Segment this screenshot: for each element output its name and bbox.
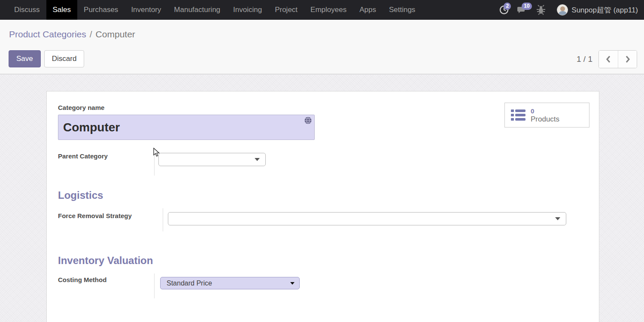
products-label: Products <box>531 115 559 123</box>
message-badge: 10 <box>522 3 532 10</box>
activity-badge: 2 <box>504 3 511 10</box>
user-menu[interactable]: Sunpop超管 (app11) <box>571 5 641 15</box>
nav-item-project[interactable]: Project <box>268 0 304 20</box>
category-name-input[interactable] <box>58 115 315 140</box>
breadcrumb: Product Categories/Computer <box>9 29 135 39</box>
app-menu: Discuss Sales Purchases Inventory Manufa… <box>0 0 422 20</box>
products-stat-button[interactable]: 0 Products <box>504 103 589 128</box>
parent-category-label: Parent Category <box>58 152 108 160</box>
costing-method-label: Costing Method <box>58 276 106 283</box>
inventory-valuation-section-title: Inventory Valuation <box>58 255 153 267</box>
chat-bubbles-icon[interactable]: 10 <box>517 5 528 15</box>
logistics-section-title: Logistics <box>58 189 103 201</box>
dropdown-caret-icon <box>255 158 260 161</box>
pager-count: 1 / 1 <box>577 55 592 64</box>
field-separator <box>154 273 155 298</box>
nav-item-manufacturing[interactable]: Manufacturing <box>167 0 227 20</box>
breadcrumb-current: Computer <box>96 29 135 39</box>
stat-texts: 0 Products <box>531 107 559 123</box>
nav-item-invoicing[interactable]: Invoicing <box>227 0 268 20</box>
top-nav: Discuss Sales Purchases Inventory Manufa… <box>0 0 644 20</box>
nav-item-discuss[interactable]: Discuss <box>8 0 46 20</box>
control-panel: Product Categories/Computer Save Discard… <box>0 20 644 74</box>
nav-item-inventory[interactable]: Inventory <box>125 0 167 20</box>
field-separator <box>154 150 155 176</box>
activity-clock-icon[interactable]: 2 <box>499 5 509 15</box>
products-list-icon <box>511 109 526 121</box>
field-separator <box>163 208 163 231</box>
breadcrumb-separator: / <box>86 29 96 39</box>
systray: 2 10 Sunpop超管 (app11) <box>495 0 644 20</box>
user-avatar[interactable] <box>557 4 568 15</box>
nav-item-purchases[interactable]: Purchases <box>77 0 125 20</box>
costing-method-select[interactable]: Standard Price <box>160 277 300 289</box>
nav-item-apps[interactable]: Apps <box>353 0 383 20</box>
products-count: 0 <box>531 107 559 115</box>
force-removal-strategy-dropdown[interactable] <box>168 212 566 225</box>
costing-method-value: Standard Price <box>167 279 212 287</box>
avatar-head <box>560 6 565 11</box>
globe-translate-icon[interactable] <box>304 117 312 126</box>
pager: 1 / 1 <box>577 50 637 68</box>
form-sheet: Category name 0 Products Parent Categor <box>46 91 599 322</box>
breadcrumb-product-categories[interactable]: Product Categories <box>9 29 86 39</box>
save-button[interactable]: Save <box>9 50 41 67</box>
chevron-left-icon <box>605 55 611 63</box>
form-buttons: Save Discard <box>9 50 84 67</box>
chevron-right-icon <box>625 55 631 63</box>
pager-previous-button[interactable] <box>599 51 618 68</box>
force-removal-strategy-label: Force Removal Strategy <box>58 212 132 219</box>
pager-buttons <box>598 50 637 68</box>
nav-item-employees[interactable]: Employees <box>304 0 353 20</box>
select-caret-icon <box>290 282 295 285</box>
discard-button[interactable]: Discard <box>44 50 85 67</box>
nav-item-settings[interactable]: Settings <box>383 0 422 20</box>
category-name-label: Category name <box>58 104 104 111</box>
dropdown-caret-icon <box>555 217 560 220</box>
bug-icon[interactable] <box>536 5 546 15</box>
avatar-shoulders <box>559 11 567 15</box>
parent-category-dropdown[interactable] <box>158 153 266 166</box>
pager-next-button[interactable] <box>618 51 637 68</box>
nav-item-sales[interactable]: Sales <box>46 0 78 20</box>
content-area: Category name 0 Products Parent Categor <box>0 75 644 322</box>
